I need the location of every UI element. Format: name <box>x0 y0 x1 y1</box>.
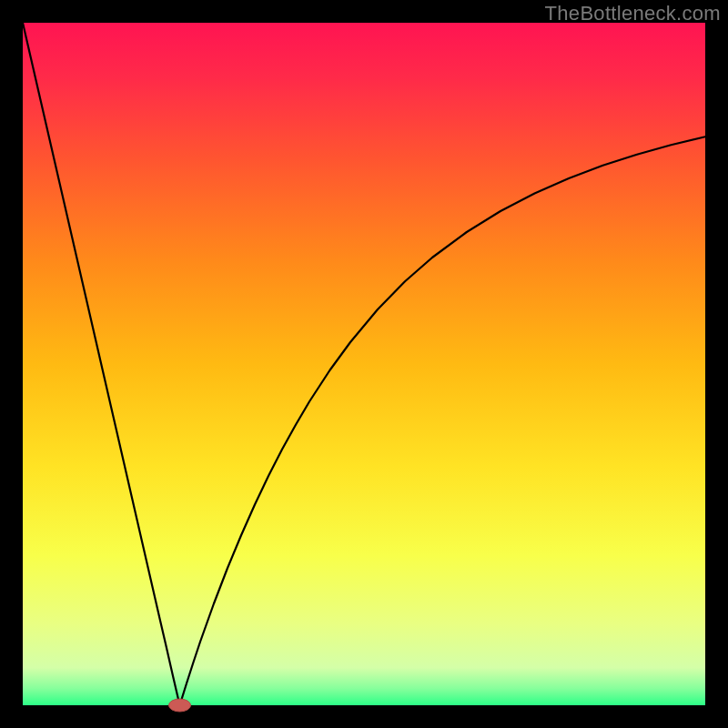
plot-area <box>23 23 705 705</box>
watermark-text: TheBottleneck.com <box>545 2 721 25</box>
bottleneck-curve-chart <box>0 0 728 728</box>
optimum-marker <box>169 699 191 712</box>
chart-container: TheBottleneck.com <box>0 0 728 728</box>
